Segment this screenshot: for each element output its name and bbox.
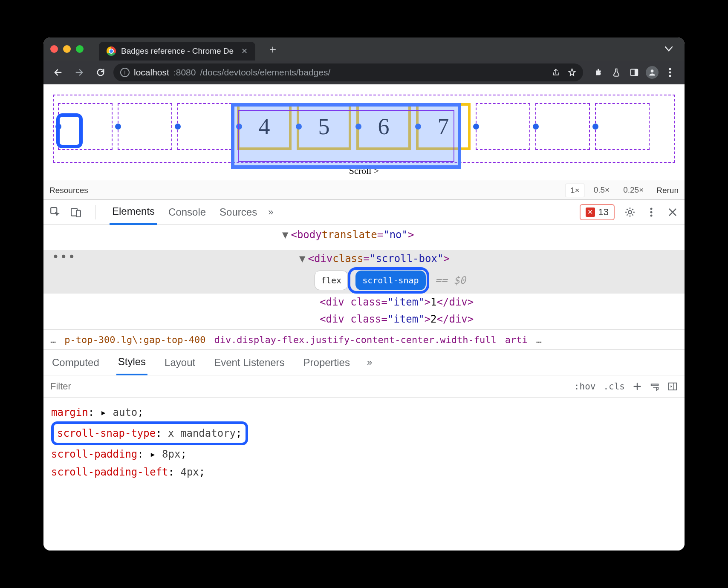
flex-badge[interactable]: flex xyxy=(315,271,348,290)
kebab-menu-icon[interactable] xyxy=(662,64,679,81)
scroll-snap-highlight: scroll-snap xyxy=(348,267,429,294)
extensions-icon[interactable] xyxy=(590,64,607,81)
scroll-card: 6 xyxy=(356,103,411,150)
styles-filter-bar: :hov .cls xyxy=(43,375,685,398)
cls-toggle[interactable]: .cls xyxy=(603,381,625,392)
selected-node-indicator: == $0 xyxy=(435,272,466,289)
forward-button[interactable] xyxy=(71,64,88,81)
snap-dot-icon xyxy=(236,124,242,130)
new-style-rule-icon[interactable] xyxy=(633,382,642,391)
tab-console[interactable]: Console xyxy=(166,200,208,224)
scroll-box-demo: 4 5 6 7 xyxy=(53,95,675,163)
inspect-element-icon[interactable] xyxy=(49,206,61,218)
scroll-card xyxy=(177,103,232,150)
styles-format-icon[interactable] xyxy=(650,382,660,391)
styles-pane[interactable]: margin: ▸ auto; scroll-snap-type: x mand… xyxy=(43,398,685,487)
bookmark-icon[interactable] xyxy=(568,68,576,77)
rerun-button[interactable]: Rerun xyxy=(656,186,679,195)
device-toolbar-icon[interactable] xyxy=(70,206,82,218)
svg-point-3 xyxy=(669,68,671,70)
styles-filter-input[interactable] xyxy=(50,381,566,392)
tab-sources[interactable]: Sources xyxy=(217,200,260,224)
back-button[interactable] xyxy=(49,64,66,81)
new-tab-button[interactable]: ＋ xyxy=(260,42,285,57)
svg-point-10 xyxy=(650,208,653,210)
toolbar: i localhost:8080/docs/devtools/elements/… xyxy=(43,61,685,84)
toggle-sidebar-icon[interactable] xyxy=(667,382,678,391)
svg-rect-8 xyxy=(76,210,81,216)
profile-avatar[interactable] xyxy=(644,64,661,81)
site-info-icon[interactable]: i xyxy=(120,68,130,77)
subtab-event-listeners[interactable]: Event Listeners xyxy=(212,351,286,375)
svg-rect-13 xyxy=(669,383,676,390)
highlighted-property: scroll-snap-type: x mandatory; xyxy=(51,421,248,445)
window-menu-icon[interactable] xyxy=(660,46,678,52)
dom-tree[interactable]: ▼<body translate="no"> ••• ▼<div class="… xyxy=(43,225,685,329)
snap-dot-icon xyxy=(115,124,121,130)
svg-point-5 xyxy=(669,75,671,77)
scroll-card xyxy=(476,103,530,150)
error-icon: ✕ xyxy=(586,208,595,217)
scroll-card: 5 xyxy=(297,103,351,150)
devtools-topbar: Elements Console Sources » ✕ 13 xyxy=(43,200,685,225)
zoom-025x[interactable]: 0.25× xyxy=(619,184,648,197)
crumb-item[interactable]: p-top-300.lg\:gap-top-400 xyxy=(64,334,205,345)
zoom-05x[interactable]: 0.5× xyxy=(589,184,614,197)
zoom-1x[interactable]: 1× xyxy=(566,184,584,197)
subtab-styles[interactable]: Styles xyxy=(116,350,147,375)
snap-dot-icon xyxy=(175,124,181,130)
maximize-window-icon[interactable] xyxy=(76,45,84,53)
page-content: 4 5 6 7 Scroll > xyxy=(43,84,685,181)
browser-window: Badges reference - Chrome De ✕ ＋ i local… xyxy=(43,37,685,551)
highlight-ring xyxy=(56,113,83,148)
svg-point-11 xyxy=(650,211,653,213)
scroll-card xyxy=(595,103,650,150)
reload-button[interactable] xyxy=(92,64,109,81)
scroll-snap-badge[interactable]: scroll-snap xyxy=(355,271,425,290)
hov-toggle[interactable]: :hov xyxy=(574,381,596,392)
url-port: :8080 xyxy=(173,67,196,78)
svg-point-9 xyxy=(628,210,632,214)
url-path: /docs/devtools/elements/badges/ xyxy=(200,67,330,78)
more-tabs-icon[interactable]: » xyxy=(268,207,273,218)
devtools-kebab-icon[interactable] xyxy=(645,206,657,218)
snap-dot-icon xyxy=(355,124,361,130)
styles-subtabs: Computed Styles Layout Event Listeners P… xyxy=(43,350,685,375)
snap-dot-icon xyxy=(415,124,421,130)
snap-dot-icon xyxy=(592,124,598,130)
scroll-card xyxy=(118,103,172,150)
snap-dot-icon xyxy=(533,124,539,130)
scroll-card xyxy=(535,103,590,150)
snap-dot-icon xyxy=(473,124,479,130)
share-icon[interactable] xyxy=(552,68,560,77)
side-panel-icon[interactable] xyxy=(626,64,643,81)
subtab-properties[interactable]: Properties xyxy=(302,351,352,375)
tab-close-icon[interactable]: ✕ xyxy=(241,46,248,56)
minimize-window-icon[interactable] xyxy=(63,45,71,53)
labs-icon[interactable] xyxy=(608,64,625,81)
settings-icon[interactable] xyxy=(624,206,636,218)
browser-tab[interactable]: Badges reference - Chrome De ✕ xyxy=(99,42,255,61)
resources-button[interactable]: Resources xyxy=(49,186,88,195)
error-count-badge[interactable]: ✕ 13 xyxy=(580,204,615,220)
devtools-close-icon[interactable] xyxy=(667,206,679,218)
svg-point-4 xyxy=(669,72,671,74)
svg-point-2 xyxy=(651,69,654,72)
resources-bar: Resources 1× 0.5× 0.25× Rerun xyxy=(43,181,685,199)
subtab-computed[interactable]: Computed xyxy=(50,351,101,375)
crumb-item[interactable]: div.display-flex.justify-content-center.… xyxy=(214,334,496,345)
subtab-layout[interactable]: Layout xyxy=(163,351,197,375)
tab-elements[interactable]: Elements xyxy=(110,199,157,225)
url-bar[interactable]: i localhost:8080/docs/devtools/elements/… xyxy=(113,63,583,81)
more-subtabs-icon[interactable]: » xyxy=(367,357,372,368)
crumb-item[interactable]: arti xyxy=(505,334,528,345)
svg-point-12 xyxy=(650,214,653,216)
svg-rect-1 xyxy=(635,69,638,76)
close-window-icon[interactable] xyxy=(50,45,58,53)
traffic-lights xyxy=(50,45,84,53)
url-host: localhost xyxy=(134,67,169,78)
devtools-panel: Elements Console Sources » ✕ 13 ▼<body t… xyxy=(43,199,685,551)
titlebar: Badges reference - Chrome De ✕ ＋ xyxy=(43,37,685,61)
dom-breadcrumbs[interactable]: … p-top-300.lg\:gap-top-400 div.display-… xyxy=(43,329,685,350)
snap-dot-icon xyxy=(296,124,302,130)
